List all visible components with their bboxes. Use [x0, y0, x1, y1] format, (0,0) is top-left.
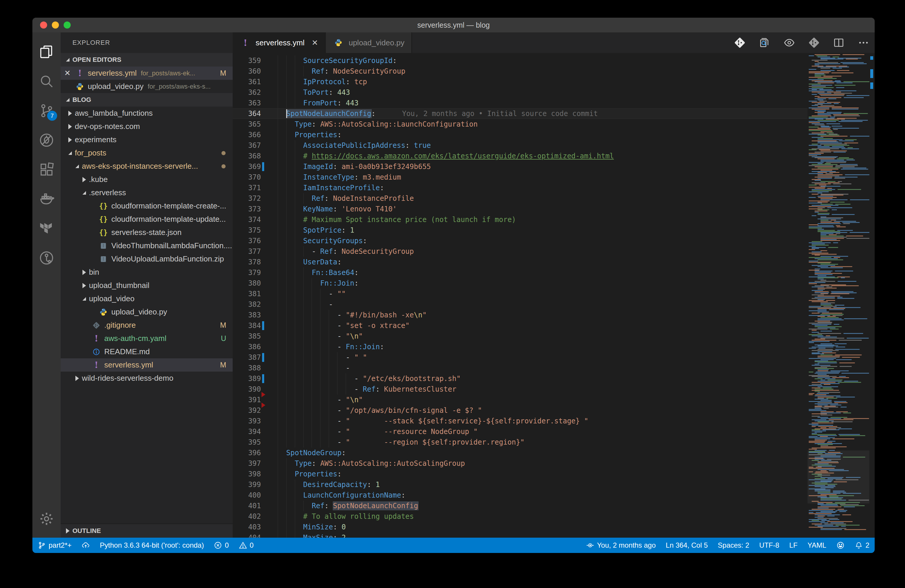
tree-item-serverless-yml[interactable]: !serverless.ymlM: [61, 358, 233, 372]
tree-item-experiments[interactable]: experiments: [61, 133, 233, 146]
folder-section-header[interactable]: BLOG: [61, 93, 233, 106]
tab-upload-video-py[interactable]: upload_video.py: [326, 32, 412, 53]
code-line-392[interactable]: 392 - "/opt/aws/bin/cfn-signal -e $? ": [233, 405, 808, 416]
tree-item-aws-lambda-functions[interactable]: aws_lambda_functions: [61, 106, 233, 120]
code-line-366[interactable]: 366 Properties:: [233, 130, 808, 140]
split-editor-icon[interactable]: [833, 37, 845, 49]
status-cloud-upload[interactable]: [82, 541, 90, 550]
status-2[interactable]: 2: [855, 541, 869, 550]
tree-item-readme-md[interactable]: README.md: [61, 345, 233, 358]
outline-header[interactable]: OUTLINE: [61, 524, 233, 538]
code-line-398[interactable]: 398 Properties:: [233, 469, 808, 479]
code-line-380[interactable]: 380 Fn::Join:: [233, 278, 808, 288]
code-line-377[interactable]: 377 - Ref: NodeSecurityGroup: [233, 246, 808, 257]
tab-serverless-yml[interactable]: !serverless.yml✕: [233, 32, 326, 53]
status-0[interactable]: 0: [214, 541, 229, 550]
status-spaces-2[interactable]: Spaces: 2: [718, 541, 749, 550]
tree-item-cloudformation-template-create-[interactable]: {}cloudformation-template-create-...: [61, 199, 233, 212]
toggle-blame-eye-icon[interactable]: [783, 37, 795, 49]
more-actions-icon[interactable]: [857, 37, 869, 49]
code-line-385[interactable]: 385 - "\n": [233, 331, 808, 342]
search-icon[interactable]: [32, 67, 61, 96]
code-line-381[interactable]: 381 - "": [233, 288, 808, 299]
code-line-394[interactable]: 394 - " --resource NodeGroup ": [233, 426, 808, 437]
code-editor[interactable]: 359 SourceSecurityGroupId:360 Ref: NodeS…: [233, 53, 875, 538]
code-line-403[interactable]: 403 MinSize: 0: [233, 522, 808, 533]
tree-item-aws-auth-cm-yaml[interactable]: !aws-auth-cm.yamlU: [61, 332, 233, 345]
tree-item--gitignore[interactable]: .gitignoreM: [61, 319, 233, 332]
code-line-367[interactable]: 367 AssociatePublicIpAddress: true: [233, 140, 808, 151]
code-line-388[interactable]: 388 -: [233, 363, 808, 373]
code-line-379[interactable]: 379 Fn::Base64:: [233, 267, 808, 278]
tree-item-aws-eks-spot-instances-serverle-[interactable]: aws-eks-spot-instances-serverle...: [61, 160, 233, 173]
tree-item-serverless-state-json[interactable]: {}serverless-state.json: [61, 226, 233, 239]
close-tab-icon[interactable]: ✕: [311, 38, 318, 48]
tree-item-dev-ops-notes-com[interactable]: dev-ops-notes.com: [61, 120, 233, 133]
tree-item--kube[interactable]: .kube: [61, 173, 233, 186]
extensions-icon[interactable]: [32, 155, 61, 184]
tree-item-for-posts[interactable]: for_posts: [61, 146, 233, 160]
explorer-icon[interactable]: [32, 37, 61, 67]
status-python-3-6-3-64-bit-root-conda-[interactable]: Python 3.6.3 64-bit ('root': conda): [100, 541, 204, 550]
search-editor-icon[interactable]: [759, 37, 770, 49]
status-ln-364-col-5[interactable]: Ln 364, Col 5: [666, 541, 708, 550]
git-compare-gray-icon[interactable]: [808, 37, 820, 49]
tree-item--serverless[interactable]: .serverless: [61, 186, 233, 199]
code-line-372[interactable]: 372 Ref: NodeInstanceProfile: [233, 193, 808, 204]
code-line-369[interactable]: 369 ImageId: ami-0a0b913ef3249b655: [233, 162, 808, 172]
tree-item-upload-video[interactable]: upload_video: [61, 292, 233, 305]
code-line-378[interactable]: 378 UserData:: [233, 257, 808, 267]
code-line-390[interactable]: 390 - Ref: KubernetesCluster: [233, 384, 808, 395]
tree-item-cloudformation-template-update-[interactable]: {}cloudformation-template-update...: [61, 212, 233, 226]
tree-item-wild-rides-serverless-demo[interactable]: wild-rides-serverless-demo: [61, 372, 233, 385]
code-line-401[interactable]: 401 Ref: SpotNodeLaunchConfig: [233, 501, 808, 511]
code-line-360[interactable]: 360 Ref: NodeSecurityGroup: [233, 66, 808, 76]
terraform-icon[interactable]: [32, 214, 61, 243]
gitlens-icon[interactable]: [32, 243, 61, 273]
settings-icon[interactable]: [32, 504, 61, 534]
code-line-362[interactable]: 362 ToPort: 443: [233, 87, 808, 98]
zoom-window-icon[interactable]: [64, 22, 71, 29]
code-line-387[interactable]: 387 - " ": [233, 352, 808, 363]
overview-ruler[interactable]: [869, 53, 875, 538]
code-line-384[interactable]: 384 - "set -o xtrace": [233, 320, 808, 331]
close-window-icon[interactable]: [40, 22, 47, 29]
code-line-389[interactable]: 389 - "/etc/eks/bootstrap.sh": [233, 373, 808, 384]
code-line-404[interactable]: 404 MaxSize: 2: [233, 533, 808, 538]
code-line-373[interactable]: 373 KeyName: 'Lenovo T410': [233, 204, 808, 214]
status-part2-[interactable]: part2*+: [38, 541, 71, 550]
open-editors-header[interactable]: OPEN EDITORS: [61, 53, 233, 67]
open-editor-item[interactable]: ✕!serverless.ymlfor_posts/aws-ek...M: [61, 67, 233, 80]
code-line-393[interactable]: 393 - " --stack ${self:service}-${self:p…: [233, 416, 808, 426]
source-control-icon[interactable]: 7: [32, 96, 61, 125]
tree-item-bin[interactable]: bin: [61, 266, 233, 279]
code-line-386[interactable]: 386 - Fn::Join:: [233, 342, 808, 352]
tree-item-videouploadlambdafunction-zip[interactable]: VideoUploadLambdaFunction.zip: [61, 252, 233, 266]
gitlens-compare-white-icon[interactable]: [734, 37, 746, 49]
code-line-374[interactable]: 374 # Maximum Spot instance price (not l…: [233, 214, 808, 225]
status-0[interactable]: 0: [239, 541, 254, 550]
code-line-371[interactable]: 371 IamInstanceProfile:: [233, 182, 808, 193]
code-line-375[interactable]: 375 SpotPrice: 1: [233, 225, 808, 236]
code-line-382[interactable]: 382 -: [233, 299, 808, 310]
code-line-363[interactable]: 363 FromPort: 443: [233, 98, 808, 108]
code-line-397[interactable]: 397 Type: AWS::AutoScaling::AutoScalingG…: [233, 458, 808, 469]
status-smiley[interactable]: [837, 541, 845, 550]
status-yaml[interactable]: YAML: [808, 541, 826, 550]
close-editor-icon[interactable]: ✕: [61, 68, 74, 78]
tree-item-videothumbnaillambdafunction-[interactable]: VideoThumbnailLambdaFunction....: [61, 239, 233, 252]
status-lf[interactable]: LF: [789, 541, 797, 550]
code-line-359[interactable]: 359 SourceSecurityGroupId:: [233, 55, 808, 66]
tree-item-upload-video-py[interactable]: upload_video.py: [61, 305, 233, 319]
code-line-368[interactable]: 368 # https://docs.aws.amazon.com/eks/la…: [233, 151, 808, 162]
code-line-395[interactable]: 395 - " --region ${self:provider.region}…: [233, 437, 808, 447]
code-line-364[interactable]: 364 SpotNodeLaunchConfig:You, 2 months a…: [233, 108, 808, 119]
open-editor-item[interactable]: upload_video.pyfor_posts/aws-eks-s...: [61, 80, 233, 93]
code-line-402[interactable]: 402 # To allow rolling updates: [233, 511, 808, 522]
code-line-376[interactable]: 376 SecurityGroups:: [233, 236, 808, 246]
code-line-396[interactable]: 396 SpotNodeGroup:: [233, 447, 808, 458]
code-line-383[interactable]: 383 - "#!/bin/bash -xe\n": [233, 310, 808, 320]
code-line-365[interactable]: 365 Type: AWS::AutoScaling::LaunchConfig…: [233, 119, 808, 130]
minimize-window-icon[interactable]: [52, 22, 59, 29]
code-line-361[interactable]: 361 IpProtocol: tcp: [233, 76, 808, 87]
